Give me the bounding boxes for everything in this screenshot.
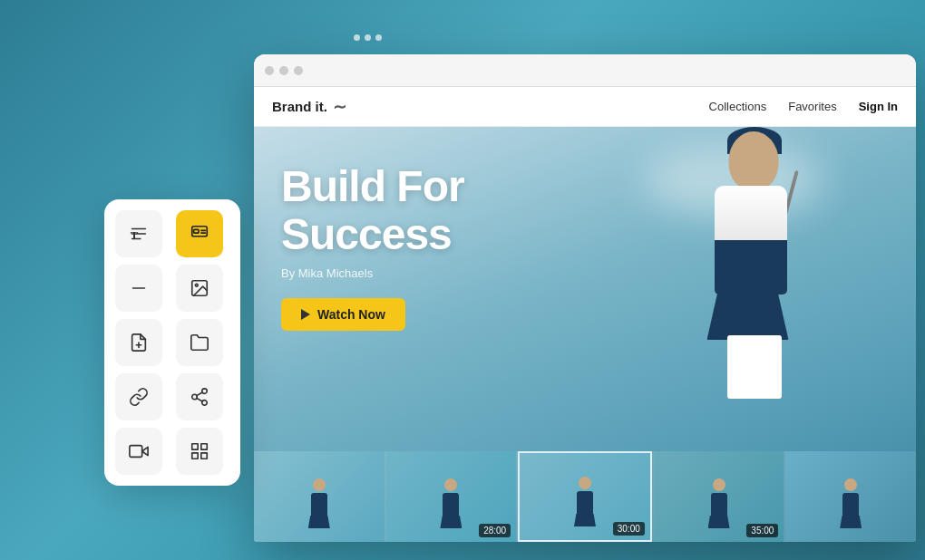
site-nav: Brand it. ∼ Collections Favorites Sign I…	[254, 87, 916, 127]
watch-now-button[interactable]: Watch Now	[281, 298, 405, 331]
svg-rect-17	[192, 444, 198, 449]
text-icon: T	[129, 224, 149, 244]
browser-topbar	[254, 54, 916, 87]
toolbar-video-button[interactable]	[115, 428, 162, 475]
file-icon	[129, 333, 149, 352]
folder-icon	[190, 333, 209, 352]
browser-dot-red	[265, 66, 274, 75]
svg-rect-16	[130, 446, 142, 458]
svg-line-13	[197, 398, 202, 401]
svg-text:T: T	[131, 229, 139, 242]
svg-rect-20	[201, 453, 207, 459]
thumb-duration-3: 30:00	[613, 522, 645, 536]
logo-text: Brand it.	[272, 99, 327, 114]
thumbnail-4[interactable]: 35:00	[654, 451, 784, 542]
minus-icon	[129, 278, 149, 298]
person-head	[729, 131, 779, 190]
thumbnail-1[interactable]	[254, 451, 385, 542]
layers-icon	[190, 224, 209, 244]
thumb-person-5	[837, 478, 864, 528]
thumb-duration-4: 35:00	[746, 524, 778, 537]
thumb-head-3	[579, 477, 591, 489]
thumb-person-4	[706, 478, 733, 528]
thumb-body-3	[577, 491, 593, 514]
hero-title-line2: Success	[281, 211, 464, 259]
toolbar-share-button[interactable]	[176, 373, 223, 420]
video-icon	[129, 441, 149, 461]
window-dots	[354, 34, 382, 41]
toolbar-text-button[interactable]: T	[115, 210, 162, 257]
toolbar-minus-button[interactable]	[115, 265, 162, 312]
link-icon	[129, 387, 149, 407]
svg-rect-19	[192, 453, 198, 459]
thumb-skirt-4	[708, 516, 730, 528]
person-skirt	[707, 285, 789, 340]
toolbar-image-button[interactable]	[176, 265, 223, 312]
thumb-person-2	[437, 478, 464, 528]
thumb-body-1	[311, 493, 327, 516]
site-logo: Brand it. ∼	[272, 97, 346, 117]
thumbnail-2[interactable]: 28:00	[386, 451, 517, 542]
svg-marker-15	[142, 447, 148, 455]
hero-subtitle: By Mika Michaels	[281, 266, 464, 280]
share-icon	[190, 387, 209, 407]
thumbnails-row: 28:00 30:00 35:00	[254, 451, 916, 542]
golfer-figure	[626, 131, 862, 403]
thumb-skirt-3	[574, 514, 596, 526]
grid-icon	[190, 441, 209, 461]
thumb-duration-2: 28:00	[479, 524, 511, 537]
person-legs	[727, 335, 782, 399]
nav-links: Collections Favorites Sign In	[709, 100, 898, 113]
dot-3	[375, 34, 382, 41]
thumb-body-2	[443, 493, 459, 516]
browser-window: Brand it. ∼ Collections Favorites Sign I…	[254, 54, 916, 542]
toolbar-file-button[interactable]	[115, 319, 162, 366]
thumb-skirt-1	[308, 516, 330, 528]
thumb-person-1	[306, 478, 333, 528]
thumb-body-5	[842, 493, 859, 516]
nav-sign-in[interactable]: Sign In	[859, 100, 898, 113]
image-icon	[190, 278, 209, 298]
svg-line-14	[197, 392, 202, 396]
svg-point-7	[195, 284, 198, 286]
thumb-head-4	[713, 478, 725, 491]
toolbar-widget: T	[104, 199, 240, 486]
watch-btn-label: Watch Now	[317, 307, 385, 322]
thumb-body-4	[711, 493, 727, 516]
toolbar-folder-button[interactable]	[176, 319, 223, 366]
hero-content: Build For Success By Mika Michaels Watch…	[281, 163, 464, 331]
thumbnail-5[interactable]	[785, 451, 916, 542]
svg-rect-2	[194, 229, 200, 233]
thumb-skirt-5	[840, 516, 862, 528]
person-body	[715, 186, 787, 294]
thumb-skirt-2	[440, 516, 462, 528]
dot-1	[354, 34, 360, 41]
play-icon	[301, 309, 310, 320]
toolbar-grid-button[interactable]	[176, 428, 223, 475]
hero-section: Build For Success By Mika Michaels Watch…	[254, 127, 916, 542]
thumb-head-2	[444, 478, 457, 491]
hero-title: Build For Success	[281, 163, 464, 259]
thumb-person-3	[571, 477, 599, 526]
thumbnail-3[interactable]: 30:00	[518, 451, 652, 542]
logo-mark: ∼	[333, 97, 346, 117]
nav-favorites[interactable]: Favorites	[788, 100, 836, 113]
thumb-head-1	[313, 478, 326, 491]
dot-2	[365, 34, 371, 41]
thumb-head-5	[844, 478, 857, 491]
hero-title-line1: Build For	[281, 163, 464, 211]
svg-rect-18	[201, 444, 207, 449]
browser-dot-yellow	[279, 66, 288, 75]
browser-dot-green	[294, 66, 303, 75]
nav-collections[interactable]: Collections	[709, 100, 767, 113]
toolbar-layers-button[interactable]	[176, 210, 223, 257]
toolbar-link-button[interactable]	[115, 373, 162, 420]
